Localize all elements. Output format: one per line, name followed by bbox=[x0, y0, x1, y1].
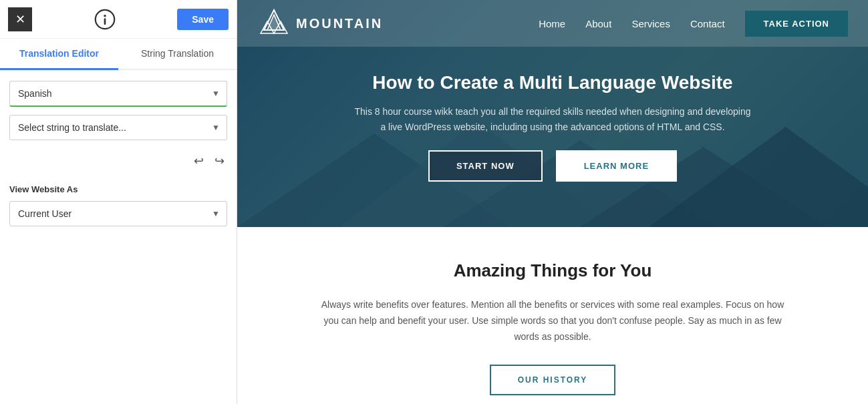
amazing-heading: Amazing Things for You bbox=[277, 260, 828, 281]
tab-translation-editor[interactable]: Translation Editor bbox=[0, 39, 118, 70]
tabs-container: Translation Editor String Translation bbox=[0, 39, 237, 70]
amazing-body: Always write benefits over features. Men… bbox=[319, 297, 786, 345]
panel-body: Spanish French German Italian Portuguese… bbox=[0, 70, 237, 184]
site-nav: MOUNTAIN Home About Services Contact TAK… bbox=[237, 0, 868, 47]
hero-title: How to Create a Multi Language Website bbox=[372, 72, 732, 93]
website-preview: MOUNTAIN Home About Services Contact TAK… bbox=[237, 0, 868, 404]
string-select-wrapper: Select string to translate... ▼ bbox=[9, 115, 227, 140]
svg-marker-9 bbox=[267, 15, 281, 30]
info-button[interactable] bbox=[92, 6, 118, 33]
nav-link-about[interactable]: About bbox=[585, 18, 611, 29]
panel-header: ✕ Save bbox=[0, 0, 237, 39]
nav-cta-button[interactable]: TAKE ACTION bbox=[745, 11, 848, 37]
view-website-as-section: View Website As Current User Guest Admin… bbox=[0, 184, 237, 226]
undo-redo-controls: ↩ ↪ bbox=[9, 148, 227, 174]
view-website-as-label: View Website As bbox=[9, 184, 227, 194]
nav-link-contact[interactable]: Contact bbox=[690, 18, 725, 29]
close-button[interactable]: ✕ bbox=[8, 7, 32, 31]
logo-svg bbox=[257, 7, 291, 40]
nav-link-home[interactable]: Home bbox=[539, 18, 565, 29]
start-now-button[interactable]: START NOW bbox=[428, 150, 543, 182]
svg-rect-2 bbox=[104, 18, 106, 25]
hero-subtitle: This 8 hour course wikk teach you all th… bbox=[352, 104, 753, 134]
logo-text: MOUNTAIN bbox=[296, 16, 383, 31]
undo-button[interactable]: ↩ bbox=[191, 151, 206, 171]
amazing-section: Amazing Things for You Always write bene… bbox=[237, 227, 868, 404]
tab-string-translation[interactable]: String Translation bbox=[118, 39, 237, 70]
site-logo: MOUNTAIN bbox=[257, 7, 383, 40]
learn-more-button[interactable]: LEARN MORE bbox=[556, 150, 677, 182]
nav-link-services[interactable]: Services bbox=[631, 18, 670, 29]
our-history-button[interactable]: OUR HISTORY bbox=[490, 365, 616, 395]
string-select[interactable]: Select string to translate... bbox=[10, 116, 227, 140]
redo-button[interactable]: ↪ bbox=[212, 151, 227, 171]
language-select-wrapper: Spanish French German Italian Portuguese… bbox=[9, 81, 227, 107]
left-panel: ✕ Save Translation Editor String Transla… bbox=[0, 0, 237, 404]
view-as-select[interactable]: Current User Guest Admin bbox=[10, 202, 227, 226]
view-as-select-wrapper: Current User Guest Admin ▼ bbox=[9, 201, 227, 226]
nav-links: Home About Services Contact TAKE ACTION bbox=[539, 11, 848, 37]
save-button[interactable]: Save bbox=[177, 9, 229, 30]
language-select[interactable]: Spanish French German Italian Portuguese bbox=[10, 81, 227, 106]
hero-section: MOUNTAIN Home About Services Contact TAK… bbox=[237, 0, 868, 227]
hero-buttons: START NOW LEARN MORE bbox=[428, 150, 677, 182]
svg-point-1 bbox=[104, 14, 106, 17]
